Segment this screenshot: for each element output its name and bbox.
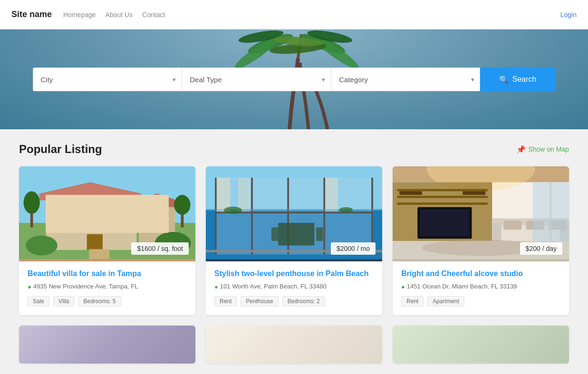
nav-links: Homepage About Us Contact: [63, 11, 560, 19]
svg-rect-15: [87, 234, 103, 250]
listing-card-1-address-text: 4935 New Providence Ave, Tampa, FL: [33, 283, 138, 290]
svg-rect-49: [397, 196, 488, 198]
deal-type-select-wrapper: Deal Type Sale Rent: [182, 67, 331, 91]
svg-rect-34: [217, 178, 231, 211]
bottom-card-2-image: [206, 326, 382, 364]
listing-card-1-price: $1600 / sq. foot: [131, 242, 189, 255]
listing-card-3-price: $200 / day: [520, 242, 562, 255]
search-icon: 🔍: [499, 75, 509, 84]
listing-card-3-body: Bright and Cheerful alcove studio ● 1451…: [393, 261, 569, 315]
tag-villa: Villa: [53, 296, 74, 307]
svg-rect-12: [55, 209, 73, 225]
svg-rect-59: [503, 221, 521, 230]
show-on-map-button[interactable]: 📌 Show on Map: [516, 145, 569, 154]
contact-link[interactable]: Contact: [142, 11, 165, 19]
bottom-card-3: [393, 326, 569, 364]
city-select[interactable]: City Tampa Palm Beach Miami Beach: [33, 67, 182, 91]
pin-icon-1: ●: [28, 283, 31, 290]
svg-rect-53: [399, 191, 422, 195]
svg-rect-31: [323, 178, 325, 255]
pin-icon-3: ●: [401, 283, 405, 290]
listing-card-1: $1600 / sq. foot Beautiful villa for sal…: [19, 166, 195, 315]
svg-rect-64: [550, 182, 551, 241]
tag-bedrooms-2: Bedrooms: 2: [282, 296, 325, 307]
listing-card-1-title[interactable]: Beautiful villa for sale in Tampa: [28, 269, 187, 279]
pin-icon-2: ●: [214, 283, 218, 290]
svg-rect-29: [251, 178, 253, 255]
search-button[interactable]: 🔍 Search: [480, 67, 556, 91]
svg-rect-54: [463, 191, 485, 195]
show-on-map-label: Show on Map: [528, 145, 569, 153]
svg-point-43: [339, 207, 353, 212]
city-select-wrapper: City Tampa Palm Beach Miami Beach: [33, 67, 182, 91]
listing-card-2-address: ● 101 Worth Ave, Palm Beach, FL 33480: [214, 283, 374, 290]
tag-rent-3: Rent: [401, 296, 424, 307]
svg-rect-20: [89, 249, 109, 259]
listing-card-3-title[interactable]: Bright and Cheerful alcove studio: [401, 269, 560, 279]
svg-rect-38: [278, 223, 314, 246]
category-select[interactable]: Category Villa Penthouse Apartment: [331, 67, 480, 91]
search-button-label: Search: [512, 75, 537, 84]
tag-bedrooms-1: Bedrooms: 5: [78, 296, 121, 307]
listings-grid: $1600 / sq. foot Beautiful villa for sal…: [19, 166, 569, 315]
tag-apartment: Apartment: [427, 296, 464, 307]
svg-point-22: [24, 191, 40, 214]
search-bar: City Tampa Palm Beach Miami Beach Deal T…: [33, 67, 556, 91]
tag-penthouse: Penthouse: [241, 296, 278, 307]
svg-rect-14: [109, 209, 125, 225]
listing-card-1-body: Beautiful villa for sale in Tampa ● 4935…: [19, 261, 195, 315]
svg-point-18: [26, 236, 58, 256]
deal-type-select[interactable]: Deal Type Sale Rent: [182, 67, 331, 91]
section-header: Popular Listing 📌 Show on Map: [19, 143, 569, 156]
listing-card-2-image: $2000 / mo: [206, 166, 382, 261]
bottom-card-1-image: [19, 326, 195, 364]
map-pin-icon: 📌: [516, 145, 526, 154]
listing-card-3-tags: Rent Apartment: [401, 296, 560, 307]
popular-listing-title: Popular Listing: [19, 143, 102, 156]
tag-rent-2: Rent: [214, 296, 237, 307]
listing-card-1-address: ● 4935 New Providence Ave, Tampa, FL: [28, 283, 187, 290]
svg-point-42: [224, 207, 242, 214]
svg-rect-28: [215, 178, 217, 255]
listing-card-1-image: $1600 / sq. foot: [19, 166, 195, 261]
about-link[interactable]: About Us: [106, 11, 133, 19]
tag-sale: Sale: [28, 296, 49, 307]
listing-card-2-body: Stylish two-level penthouse in Palm Beac…: [206, 261, 382, 315]
hero-section: City Tampa Palm Beach Miami Beach Deal T…: [0, 29, 588, 129]
listing-card-2-tags: Rent Penthouse Bedrooms: 2: [214, 296, 374, 307]
svg-rect-52: [420, 209, 470, 236]
bottom-card-2: [206, 326, 382, 364]
listing-card-3-image: $200 / day: [393, 166, 569, 261]
category-select-wrapper: Category Villa Penthouse Apartment: [331, 67, 480, 91]
homepage-link[interactable]: Homepage: [63, 11, 96, 19]
bottom-card-3-image: [393, 326, 569, 364]
main-content: Popular Listing 📌 Show on Map: [0, 129, 588, 374]
bottom-card-1: [19, 326, 195, 364]
listing-card-2-title[interactable]: Stylish two-level penthouse in Palm Beac…: [214, 269, 374, 279]
bottom-cards-grid: [19, 326, 569, 364]
svg-rect-48: [397, 189, 488, 192]
listing-card-2: $2000 / mo Stylish two-level penthouse i…: [206, 166, 382, 315]
svg-rect-35: [238, 178, 250, 211]
listing-card-2-price: $2000 / mo: [331, 242, 376, 255]
listing-card-3-address: ● 1451 Ocean Dr, Miami Beach, FL 33139: [401, 283, 560, 290]
listing-card-3: $200 / day Bright and Cheerful alcove st…: [393, 166, 569, 315]
listing-card-3-address-text: 1451 Ocean Dr, Miami Beach, FL 33139: [407, 283, 517, 290]
svg-rect-50: [397, 202, 488, 205]
svg-rect-39: [271, 228, 278, 241]
login-link[interactable]: Login: [560, 11, 577, 19]
listing-card-1-tags: Sale Villa Bedrooms: 5: [28, 296, 187, 307]
svg-rect-36: [325, 178, 338, 211]
svg-rect-40: [316, 228, 323, 241]
navbar: Site name Homepage About Us Contact Logi…: [0, 0, 588, 29]
site-brand[interactable]: Site name: [11, 10, 52, 19]
listing-card-2-address-text: 101 Worth Ave, Palm Beach, FL 33480: [220, 283, 327, 290]
svg-point-24: [174, 195, 190, 215]
svg-rect-13: [82, 209, 100, 225]
